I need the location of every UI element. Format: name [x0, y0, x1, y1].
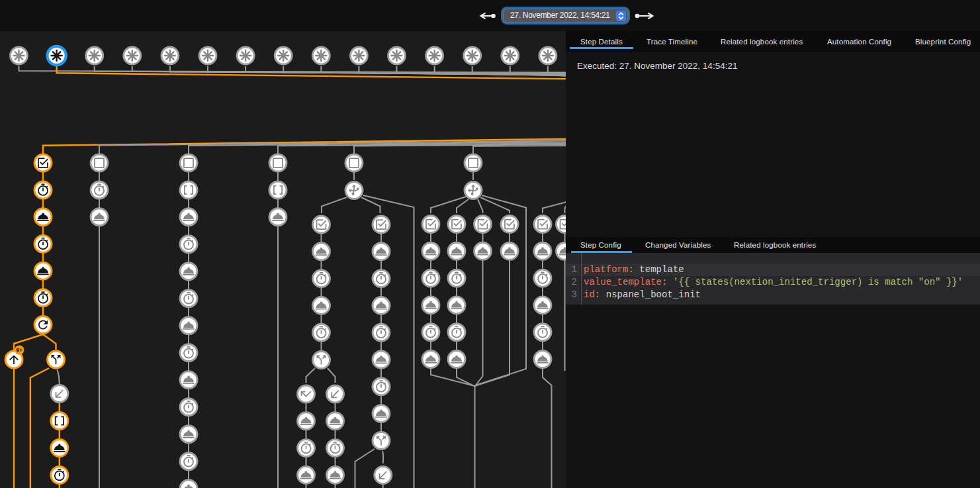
svg-text:9+: 9+: [16, 347, 22, 354]
